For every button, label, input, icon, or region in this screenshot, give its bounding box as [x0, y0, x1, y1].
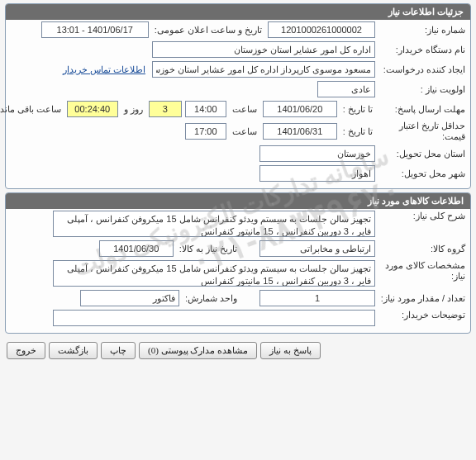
exit-button[interactable]: خروج: [7, 342, 45, 359]
reply-button[interactable]: پاسخ به نیاز: [260, 342, 321, 359]
pub-date-input[interactable]: [41, 21, 149, 38]
to-date-label-2: تا تاریخ :: [340, 126, 375, 137]
group-label: گروه کالا:: [378, 244, 465, 254]
reply-time-input[interactable]: [185, 101, 226, 117]
need-date-label: تاریخ نیاز به کالا:: [177, 244, 240, 254]
desc-label: شرح کلی نیاز:: [378, 211, 465, 221]
spec-label: مشخصات کالای مورد نیاز:: [378, 260, 465, 282]
unit-input[interactable]: [80, 290, 179, 306]
back-button[interactable]: بازگشت: [49, 342, 98, 359]
city-input[interactable]: [259, 165, 375, 182]
time-label-2: ساعت: [230, 126, 259, 137]
panel1-title: جزئیات اطلاعات نیاز: [6, 4, 470, 20]
panel-goods-info: اطلاعات کالاهای مورد نیاز شرح کلی نیاز: …: [5, 192, 471, 334]
priority-input[interactable]: [317, 81, 375, 97]
buyer-note-label: توضیحات خریدار:: [378, 310, 465, 320]
reply-deadline-label: مهلت ارسال پاسخ:: [378, 104, 465, 115]
creator-input[interactable]: [152, 61, 375, 78]
qty-input[interactable]: [259, 290, 375, 306]
province-input[interactable]: [259, 145, 375, 162]
unit-label: واحد شمارش:: [183, 293, 240, 304]
contact-link[interactable]: اطلاعات تماس خریدار: [60, 64, 149, 75]
panel2-title: اطلاعات کالاهای مورد نیاز: [6, 193, 470, 209]
timer-input[interactable]: [67, 101, 118, 117]
creator-label: ایجاد کننده درخواست:: [378, 64, 465, 75]
buyer-label: نام دستگاه خریدار:: [378, 45, 465, 55]
remain-label: ساعت باقی مانده: [0, 104, 64, 115]
spec-textarea[interactable]: [53, 260, 375, 287]
days-input[interactable]: [149, 101, 182, 117]
panel-need-details: جزئیات اطلاعات نیاز شماره نیاز: تاریخ و …: [5, 3, 471, 189]
priority-label: اولویت نیاز :: [378, 84, 465, 95]
print-button[interactable]: چاپ: [101, 342, 136, 359]
province-label: استان محل تحویل:: [378, 149, 465, 159]
city-label: شهر محل تحویل:: [378, 168, 465, 179]
price-time-input[interactable]: [185, 123, 226, 140]
qty-label: تعداد / مقدار مورد نیاز:: [378, 293, 465, 304]
price-valid-label: حداقل تاریخ اعتبار قیمت:: [378, 121, 465, 142]
pub-date-label: تاریخ و ساعت اعلان عمومی:: [152, 25, 264, 36]
price-date-input[interactable]: [263, 123, 337, 140]
days-label: روز و: [121, 104, 145, 115]
req-no-input[interactable]: [268, 21, 375, 38]
buyer-note-textarea[interactable]: [53, 310, 375, 326]
need-date-input[interactable]: [99, 240, 174, 257]
reply-date-input[interactable]: [263, 101, 337, 117]
attachments-button[interactable]: مشاهده مدارک پیوستی (0): [139, 342, 257, 359]
group-input[interactable]: [259, 240, 375, 257]
to-date-label-1: تا تاریخ :: [340, 104, 375, 115]
desc-textarea[interactable]: [53, 211, 375, 237]
time-label-1: ساعت: [230, 104, 259, 115]
req-no-label: شماره نیاز:: [378, 25, 465, 36]
buyer-input[interactable]: [152, 41, 375, 58]
button-bar: خروج بازگشت چاپ مشاهده مدارک پیوستی (0) …: [0, 337, 476, 363]
